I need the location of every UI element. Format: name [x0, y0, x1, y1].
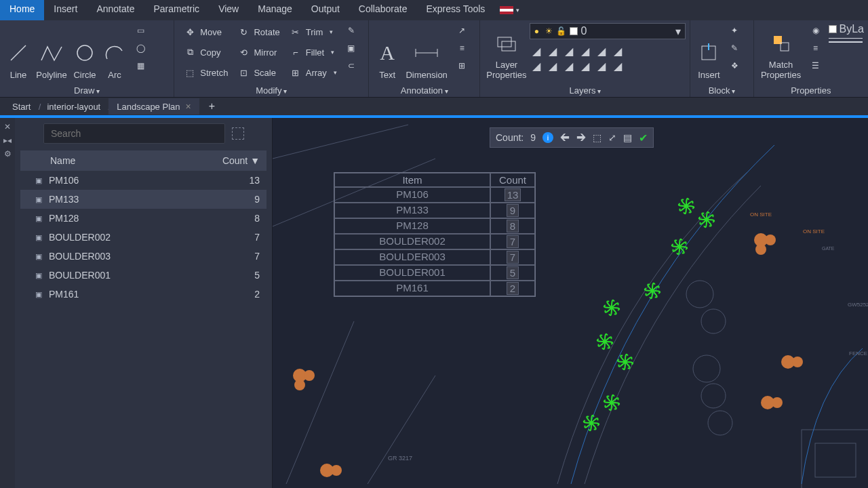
tab-landscape-plan[interactable]: Landscape Plan× [108, 98, 199, 115]
svg-point-28 [765, 235, 776, 245]
create-block-icon[interactable]: ✦ [727, 23, 742, 38]
block-icon: ▣ [35, 214, 49, 223]
tool-text[interactable]: AText [373, 23, 401, 83]
highlight-icon[interactable]: ⬚ [593, 132, 601, 143]
tool-fillet[interactable]: ⌐Fillet▾ [287, 43, 340, 61]
tool-layer-properties[interactable]: Layer Properties [484, 23, 528, 83]
menu-view[interactable]: View [209, 0, 248, 20]
close-icon[interactable]: × [185, 101, 191, 112]
panel-annotation-label[interactable]: Annotation [373, 83, 475, 97]
info-icon[interactable]: i [542, 132, 553, 143]
tool-arc[interactable]: Arc [100, 23, 129, 83]
tool-copy[interactable]: ⧉Copy [181, 43, 231, 61]
svg-point-1 [77, 45, 92, 60]
search-input[interactable] [43, 123, 225, 144]
lineweight-icon[interactable]: ≡ [808, 41, 823, 56]
attr-icon[interactable]: ❖ [727, 58, 742, 73]
count-row[interactable]: ▣BOULDER0015 [20, 266, 267, 285]
count-panel: Name Count ▼ ▣PM10613▣PM1339▣PM1288▣BOUL… [15, 118, 273, 488]
menu-annotate[interactable]: Annotate [87, 0, 144, 20]
table-icon[interactable]: ⊞ [454, 58, 469, 73]
tab-interior-layout[interactable]: interior-layout [39, 99, 108, 115]
svg-line-14 [368, 375, 435, 484]
svg-text:GR 3217: GR 3217 [388, 455, 412, 462]
tool-array[interactable]: ⊞Array▾ [287, 64, 340, 81]
rect-icon[interactable]: ▭ [133, 23, 148, 38]
panel-modify: ✥Move ⧉Copy ⬚Stretch ↻Rotate ⟲Mirror ⊡Sc… [174, 20, 369, 97]
block-icon: ▣ [35, 271, 49, 280]
count-row[interactable]: ▣PM1612 [20, 285, 267, 304]
panel-draw: Line Polyline Circle Arc ▭◯▦ Draw [0, 20, 174, 97]
tool-match-properties[interactable]: Match Properties [758, 23, 804, 83]
tool-move[interactable]: ✥Move [181, 23, 231, 41]
edit-block-icon[interactable]: ✎ [727, 41, 742, 56]
menu-home[interactable]: Home [0, 0, 44, 20]
zoom-ext-icon[interactable]: ⤢ [608, 132, 616, 143]
tool-polyline[interactable]: Polyline [34, 23, 69, 83]
svg-point-17 [708, 411, 732, 435]
panel-properties-label[interactable]: Properties [758, 83, 864, 97]
svg-text:GATE: GATE [822, 246, 835, 251]
mline-icon[interactable]: ≡ [454, 41, 469, 56]
panel-block-label[interactable]: Block [694, 83, 749, 97]
panel-layers-label[interactable]: Layers [484, 83, 686, 97]
svg-point-29 [755, 244, 766, 255]
region-icon[interactable]: ▣ [344, 41, 359, 56]
layer-dropdown[interactable]: ●☀🔓0▾ [530, 23, 686, 39]
prev-arrow-icon[interactable]: 🡰 [560, 132, 570, 143]
color-wheel-icon[interactable]: ◉ [808, 23, 823, 38]
drawing-canvas[interactable]: Count: 9 i 🡰 🡲 ⬚ ⤢ ▤ ✔ ItemCount PM10613… [273, 118, 868, 488]
menu-bar: Home Insert Annotate Parametric View Man… [0, 0, 868, 20]
count-label: Count: [496, 132, 524, 143]
tool-trim[interactable]: ✂Trim▾ [287, 23, 340, 41]
count-row[interactable]: ▣PM1288 [20, 209, 267, 228]
menu-manage[interactable]: Manage [248, 0, 302, 20]
count-row[interactable]: ▣PM1339 [20, 190, 267, 209]
menu-icon[interactable]: ☰ [808, 58, 823, 73]
tool-insert[interactable]: Insert [694, 23, 723, 83]
block-icon: ▣ [35, 176, 49, 185]
svg-point-33 [772, 397, 783, 408]
gear-icon[interactable]: ⚙ [4, 149, 12, 159]
report-icon[interactable]: ▤ [623, 132, 632, 143]
ribbon: Line Polyline Circle Arc ▭◯▦ Draw ✥Move … [0, 20, 868, 98]
tool-stretch[interactable]: ⬚Stretch [181, 64, 231, 81]
tab-start[interactable]: Start [4, 99, 39, 115]
ellipse-icon[interactable]: ◯ [133, 41, 148, 56]
close-panel-icon[interactable]: ✕ [4, 122, 11, 131]
next-arrow-icon[interactable]: 🡲 [576, 132, 586, 143]
brush-icon[interactable]: ✎ [344, 23, 359, 38]
tool-line[interactable]: Line [4, 23, 33, 83]
count-row[interactable]: ▣BOULDER0037 [20, 247, 267, 266]
count-row[interactable]: ▣BOULDER0027 [20, 228, 267, 247]
menu-express-tools[interactable]: Express Tools [416, 0, 494, 20]
layer-icon[interactable]: ◢ [532, 45, 545, 57]
count-row[interactable]: ▣PM10613 [20, 171, 267, 190]
menu-output[interactable]: Output [302, 0, 349, 20]
hatch-icon[interactable]: ▦ [133, 58, 148, 73]
svg-text:FENCE: FENCE [849, 350, 867, 357]
count-header[interactable]: Name Count ▼ [20, 150, 267, 171]
svg-rect-21 [815, 443, 856, 477]
leader-icon[interactable]: ↗ [454, 23, 469, 38]
tool-dimension[interactable]: Dimension [403, 23, 450, 83]
confirm-icon[interactable]: ✔ [639, 131, 648, 144]
panel-modify-label[interactable]: Modify [178, 83, 364, 97]
tool-rotate[interactable]: ↻Rotate [235, 23, 282, 41]
side-rail: ✕ ▸◂ ⚙ [0, 118, 15, 488]
panel-draw-label[interactable]: Draw [4, 83, 170, 97]
menu-parametric[interactable]: Parametric [144, 0, 209, 20]
tool-mirror[interactable]: ⟲Mirror [235, 43, 282, 61]
language-flag[interactable]: ▾ [500, 0, 519, 20]
select-similar-icon[interactable] [232, 127, 244, 140]
menu-insert[interactable]: Insert [44, 0, 87, 20]
drawing-count-table: ItemCount PM10613PM1339PM1288BOULDER0027… [334, 172, 536, 297]
subtract-icon[interactable]: ⊂ [344, 58, 359, 73]
block-icon: ▣ [35, 233, 49, 242]
add-tab-button[interactable]: + [209, 100, 215, 113]
menu-collaborate[interactable]: Collaborate [349, 0, 417, 20]
svg-point-31 [792, 357, 803, 367]
tool-circle[interactable]: Circle [71, 23, 99, 83]
tool-scale[interactable]: ⊡Scale [235, 64, 282, 81]
collapse-icon[interactable]: ▸◂ [3, 136, 12, 145]
